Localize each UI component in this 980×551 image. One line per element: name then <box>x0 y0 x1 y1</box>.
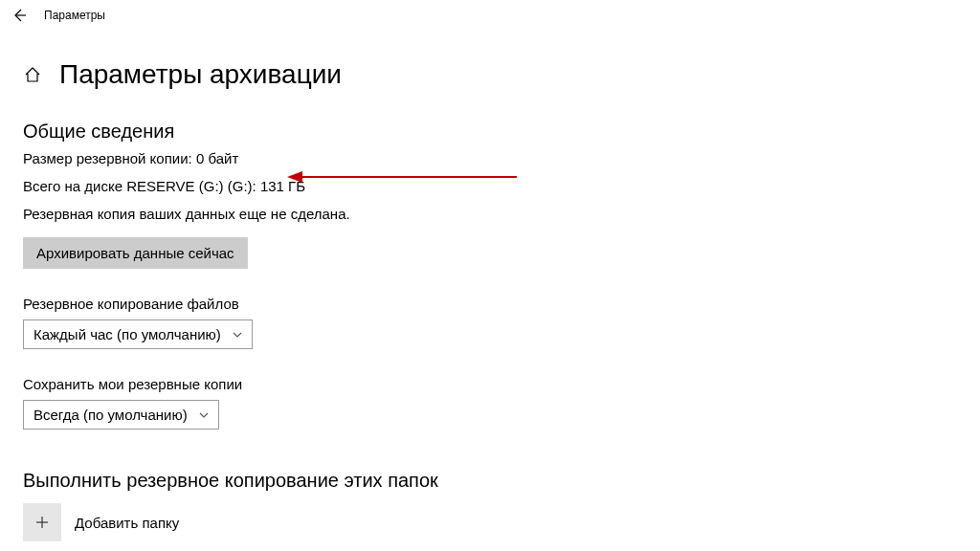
retention-label: Сохранить мои резервные копии <box>23 376 980 392</box>
overview-heading: Общие сведения <box>23 121 980 143</box>
retention-group: Сохранить мои резервные копии Всегда (по… <box>23 376 980 430</box>
add-folder-button[interactable]: Добавить папку <box>23 503 980 541</box>
retention-dropdown[interactable]: Всегда (по умолчанию) <box>23 400 219 430</box>
back-arrow-icon[interactable] <box>11 8 27 23</box>
chevron-down-icon <box>199 410 209 420</box>
schedule-group: Резервное копирование файлов Каждый час … <box>23 296 980 349</box>
backup-status-text: Резервная копия ваших данных еще не сдел… <box>23 204 980 224</box>
schedule-label: Резервное копирование файлов <box>23 296 980 312</box>
titlebar-app-name: Параметры <box>44 9 105 22</box>
schedule-dropdown-value: Каждый час (по умолчанию) <box>33 326 221 342</box>
home-icon[interactable] <box>23 65 42 84</box>
page-header: Параметры архивации <box>0 31 980 90</box>
disk-space-text: Всего на диске RESERVE (G:) (G:): 131 ГБ <box>23 176 980 196</box>
content-area: Общие сведения Размер резервной копии: 0… <box>0 90 980 541</box>
retention-dropdown-value: Всегда (по умолчанию) <box>33 407 188 423</box>
folders-heading: Выполнить резервное копирование этих пап… <box>23 470 980 492</box>
schedule-dropdown[interactable]: Каждый час (по умолчанию) <box>23 320 253 349</box>
backup-size-text: Размер резервной копии: 0 байт <box>23 148 980 168</box>
add-folder-label: Добавить папку <box>75 515 179 531</box>
titlebar: Параметры <box>0 0 980 31</box>
page-title: Параметры архивации <box>59 59 342 90</box>
chevron-down-icon <box>233 330 242 340</box>
backup-now-button[interactable]: Архивировать данные сейчас <box>23 237 248 269</box>
plus-icon <box>23 503 61 541</box>
